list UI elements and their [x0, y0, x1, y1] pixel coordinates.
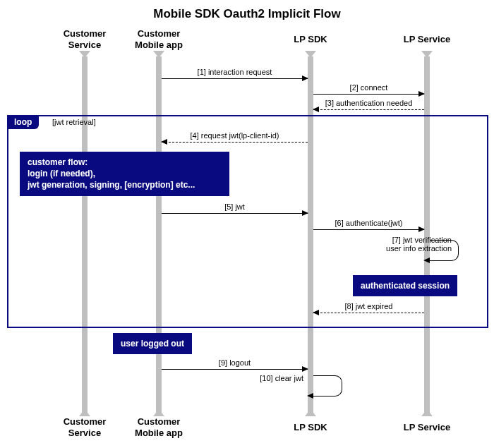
- msg-5-label: [5] jwt: [162, 202, 308, 211]
- msg-4-arrow: [162, 142, 308, 143]
- msg-3-arrow: [313, 109, 424, 110]
- lane-label-lp-sdk-bottom: LP SDK: [279, 422, 342, 433]
- lane-label-lp-service-top: LP Service: [395, 34, 459, 45]
- lane-label-lp-service-bottom: LP Service: [395, 422, 459, 433]
- msg-8-label: [8] jwt expired: [313, 302, 424, 310]
- diagram-title: Mobile SDK Oauth2 Implicit Flow: [0, 7, 494, 21]
- lane-label-customer-service-bottom: CustomerService: [53, 416, 116, 438]
- lane-label-customer-service-top: CustomerService: [53, 28, 116, 50]
- msg-6-arrow: [313, 229, 424, 230]
- lane-label-lp-sdk-top: LP SDK: [279, 34, 342, 45]
- note-authenticated-session: authenticated session: [353, 275, 457, 296]
- msg-10-label: [10] clear jwt: [212, 374, 303, 382]
- msg-1-label: [1] interaction request: [162, 68, 308, 76]
- msg-2-arrow: [313, 94, 424, 95]
- note-user-logged-out: user logged out: [113, 333, 192, 354]
- msg-7-self-arrow: [430, 240, 459, 261]
- msg-5-arrow: [162, 213, 308, 214]
- loop-label: loop: [7, 115, 39, 129]
- msg-9-label: [9] logout: [162, 358, 308, 367]
- loop-condition: [jwt retrieval]: [52, 118, 96, 126]
- note-customer-flow: customer flow:login (if needed),jwt gene…: [20, 152, 229, 196]
- msg-4-label: [4] request jwt(lp-client-id): [162, 131, 308, 140]
- msg-6-label: [6] authenticate(jwt): [313, 219, 424, 227]
- msg-10-self-arrow: [313, 375, 342, 396]
- msg-8-arrow: [313, 313, 424, 313]
- msg-2-label: [2] connect: [313, 83, 424, 92]
- lane-label-customer-mobile-app-top: CustomerMobile app: [127, 28, 191, 50]
- msg-3-label: [3] authentication needed: [313, 99, 424, 107]
- msg-1-arrow: [162, 78, 308, 79]
- lane-label-customer-mobile-app-bottom: CustomerMobile app: [127, 416, 191, 438]
- msg-9-arrow: [162, 369, 308, 370]
